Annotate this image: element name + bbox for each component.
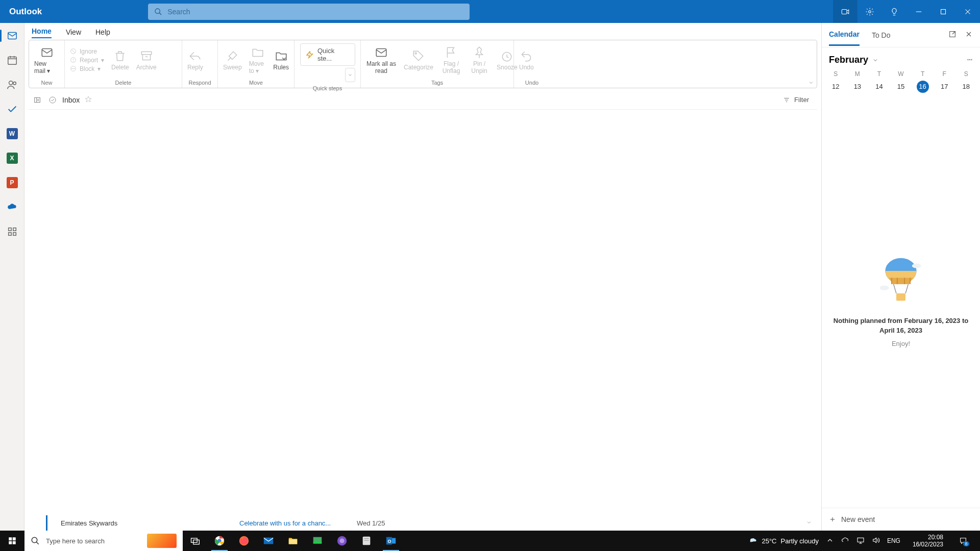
main-column: Home View Help New mail ▾ New Ignore	[24, 23, 822, 531]
ignore-button[interactable]: Ignore	[70, 48, 104, 55]
settings-button[interactable]	[857, 0, 882, 23]
mark-read-button[interactable]: Mark all as read	[366, 46, 397, 74]
rail-word[interactable]: W	[5, 126, 20, 141]
svg-rect-15	[8, 228, 11, 231]
svg-rect-16	[13, 228, 16, 231]
day-cell[interactable]: 13	[847, 80, 869, 94]
ribbon-collapse[interactable]	[805, 40, 817, 88]
tray-clock[interactable]: 20:08 16/02/2023	[913, 534, 943, 548]
rail-mail[interactable]	[5, 28, 20, 43]
filter-label: Filter	[794, 96, 809, 104]
day-cell[interactable]: 12	[825, 80, 847, 94]
undo-button[interactable]: Undo	[519, 49, 534, 71]
archive-button[interactable]: Archive	[136, 49, 157, 71]
day-cell[interactable]: 15	[890, 80, 912, 94]
svg-point-29	[415, 52, 416, 54]
tray-chevron-icon[interactable]	[826, 536, 834, 546]
svg-rect-79	[392, 538, 396, 544]
sweep-button[interactable]: Sweep	[223, 49, 242, 71]
calendar-pane: Calendar To Do February SMTWTFS 12 13 14…	[822, 23, 980, 531]
categorize-button[interactable]: Categorize	[404, 49, 433, 71]
day-cell[interactable]: 18	[955, 80, 977, 94]
weather-widget[interactable]: 25°C Partly cloudy	[749, 537, 818, 545]
maximize-button[interactable]	[931, 0, 955, 23]
svg-rect-82	[857, 538, 864, 542]
tab-home[interactable]: Home	[32, 27, 52, 38]
quick-steps-expand[interactable]	[345, 68, 355, 82]
close-pane-icon[interactable]	[965, 30, 973, 40]
select-all-checkbox[interactable]	[46, 96, 59, 104]
new-mail-button[interactable]: New mail ▾	[34, 46, 59, 74]
svg-rect-27	[141, 52, 152, 54]
action-center-button[interactable]: 8	[955, 537, 977, 545]
month-name[interactable]: February	[829, 55, 868, 65]
pin-button[interactable]: Pin / Unpin	[469, 46, 489, 74]
rail-todo[interactable]	[5, 102, 20, 117]
other-inbox-row[interactable]: Emirates Skywards Celebrate with us for …	[46, 515, 817, 531]
close-button[interactable]	[955, 0, 980, 23]
todo-tab[interactable]: To Do	[872, 25, 891, 45]
reply-button[interactable]: Reply	[187, 49, 203, 71]
rail-powerpoint[interactable]: P	[5, 175, 20, 190]
rail-people[interactable]	[5, 77, 20, 92]
rail-onedrive[interactable]	[5, 199, 20, 215]
calendar-tab[interactable]: Calendar	[829, 24, 860, 46]
svg-rect-72	[313, 542, 322, 544]
tab-view[interactable]: View	[66, 28, 81, 38]
delete-button[interactable]: Delete	[111, 49, 129, 71]
block-button[interactable]: Block ▾	[70, 65, 104, 72]
svg-point-54	[912, 263, 921, 268]
tray-volume-icon[interactable]	[872, 536, 880, 546]
day-cell-today[interactable]: 16	[912, 80, 934, 94]
taskbar-app2[interactable]	[330, 531, 354, 551]
taskbar-firefox[interactable]	[232, 531, 256, 551]
weather-desc: Partly cloudy	[781, 537, 819, 545]
subject-preview: Celebrate with us for a chanc...	[239, 519, 341, 527]
flag-button[interactable]: Flag / Unflag	[440, 46, 462, 74]
title-bar: Outlook	[0, 0, 980, 23]
taskbar-app1[interactable]	[305, 531, 330, 551]
tips-button[interactable]	[882, 0, 906, 23]
taskbar-search[interactable]: Type here to search	[24, 531, 183, 551]
message-date: Wed 1/25	[357, 519, 385, 527]
search-box[interactable]	[148, 4, 470, 20]
minimize-button[interactable]	[906, 0, 931, 23]
rail-more-apps[interactable]	[5, 224, 20, 239]
ribbon: New mail ▾ New Ignore Report ▾ Block ▾ D…	[29, 40, 817, 88]
tab-help[interactable]: Help	[95, 28, 110, 38]
svg-marker-35	[85, 96, 91, 102]
taskbar-outlook[interactable]: O	[379, 531, 403, 551]
calendar-more-icon[interactable]	[967, 56, 973, 65]
meet-now-button[interactable]	[833, 0, 857, 23]
day-cell[interactable]: 17	[934, 80, 955, 94]
new-event-button[interactable]: New event	[822, 508, 980, 531]
favorite-star[interactable]	[80, 95, 92, 105]
start-button[interactable]	[0, 536, 24, 545]
move-to-button[interactable]: Move to ▾	[249, 46, 266, 74]
task-view-button[interactable]	[183, 531, 207, 551]
taskbar-mail[interactable]	[256, 531, 281, 551]
rail-excel[interactable]: X	[5, 151, 20, 166]
tray-language[interactable]: ENG	[887, 537, 900, 544]
popout-icon[interactable]	[948, 30, 957, 40]
collapse-folder-pane[interactable]	[29, 96, 46, 104]
taskbar-explorer[interactable]	[281, 531, 305, 551]
rules-button[interactable]: Rules	[273, 49, 289, 71]
tray-network-icon[interactable]	[856, 536, 865, 546]
new-event-label: New event	[841, 515, 875, 523]
ribbon-group-undo: Undo	[514, 80, 550, 88]
taskbar-app3[interactable]	[354, 531, 379, 551]
report-button[interactable]: Report ▾	[70, 57, 104, 64]
day-cell[interactable]: 14	[868, 80, 890, 94]
chevron-down-icon[interactable]	[806, 519, 812, 527]
clock-date: 16/02/2023	[913, 541, 943, 548]
tray-onedrive-icon[interactable]	[841, 536, 849, 546]
taskbar-chrome[interactable]	[207, 531, 232, 551]
search-input[interactable]	[162, 8, 463, 16]
ribbon-group-tags: Tags	[361, 80, 513, 88]
filter-button[interactable]: Filter	[783, 96, 809, 104]
month-chevron-icon[interactable]	[872, 57, 878, 63]
quick-steps-button[interactable]: Quick ste...	[300, 43, 355, 66]
rail-calendar[interactable]	[5, 53, 20, 68]
svg-text:O: O	[388, 539, 391, 544]
